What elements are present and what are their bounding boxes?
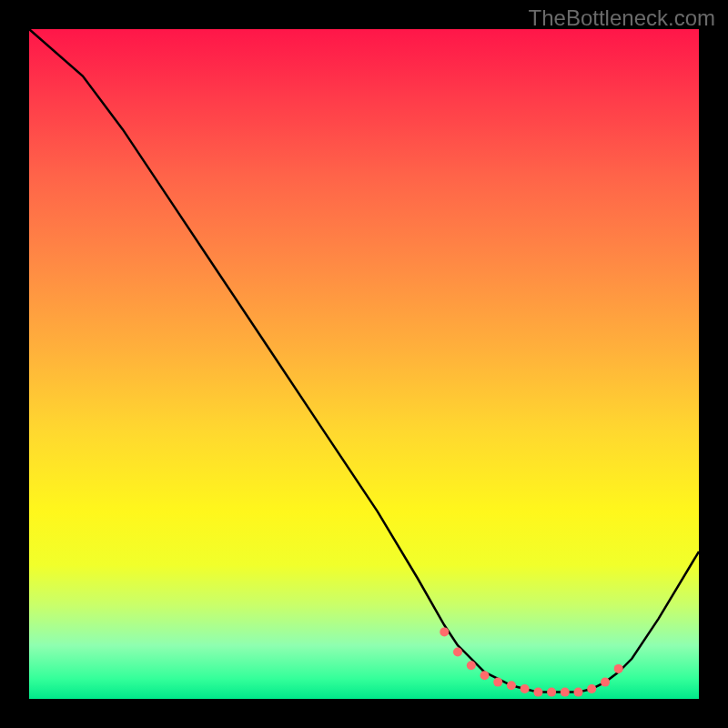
svg-point-5 xyxy=(507,681,516,690)
svg-point-12 xyxy=(601,678,610,687)
svg-point-13 xyxy=(614,664,623,673)
svg-point-6 xyxy=(521,684,530,693)
svg-point-0 xyxy=(440,627,449,636)
svg-point-7 xyxy=(533,688,542,697)
svg-point-3 xyxy=(480,671,490,680)
svg-point-8 xyxy=(547,688,556,697)
svg-point-1 xyxy=(453,648,462,657)
svg-point-10 xyxy=(574,688,583,697)
svg-point-2 xyxy=(467,661,476,670)
svg-point-11 xyxy=(587,684,596,693)
svg-point-9 xyxy=(561,688,570,697)
chart-overlay xyxy=(29,29,699,699)
curve-line xyxy=(29,29,699,693)
svg-point-4 xyxy=(493,678,502,687)
watermark-text: TheBottleneck.com xyxy=(529,5,715,31)
